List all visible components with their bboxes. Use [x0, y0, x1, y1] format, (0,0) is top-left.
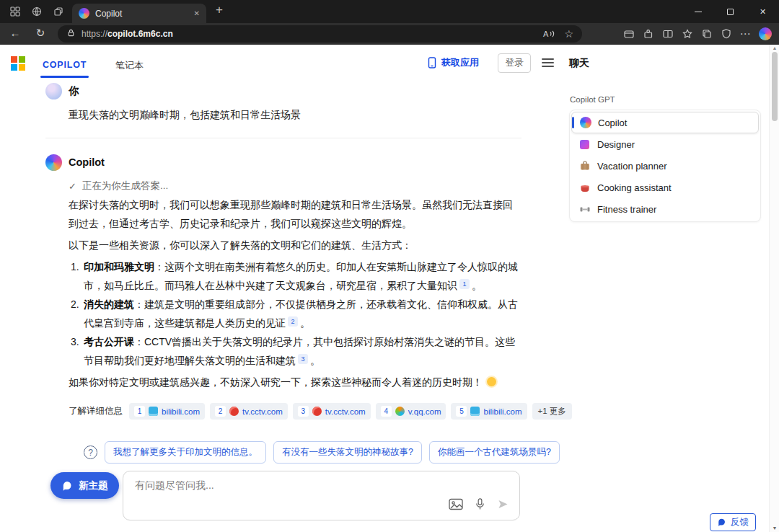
scrollbar-thumb[interactable]: [772, 52, 778, 121]
copilot-favicon: [79, 8, 89, 19]
user-name: 你: [69, 84, 79, 98]
answer-paragraph: 在探讨失落的文明时，我们可以想象重现那些巅峰时期的建筑和日常生活场景。虽然我们无…: [69, 195, 521, 233]
citations-row: 了解详细信息 1bilibili.com 2tv.cctv.com 3tv.cc…: [69, 403, 521, 420]
page-content: COPILOT 笔记本 获取应用 登录 聊天 你 重现失落的文明巅峰时期，包括建…: [0, 45, 779, 532]
citation-chip[interactable]: 2tv.cctv.com: [210, 403, 288, 420]
more-citations-chip[interactable]: +1 更多: [532, 403, 572, 420]
qq-video-favicon: [395, 407, 405, 416]
gpt-item-cooking-assistant[interactable]: Cooking assistant: [571, 177, 759, 198]
lock-icon[interactable]: [66, 27, 76, 40]
back-button[interactable]: ←: [7, 27, 23, 39]
globe-icon[interactable]: [31, 6, 43, 17]
menu-icon[interactable]: [542, 58, 554, 67]
mic-icon[interactable]: [475, 497, 485, 513]
copilot-message: Copilot ✓ 正在为你生成答案... 在探讨失落的文明时，我们可以想象重现…: [45, 154, 521, 464]
microsoft-logo-icon: [11, 56, 26, 71]
gpt-panel: Copilot Designer Vacation planner Cookin…: [569, 110, 761, 222]
new-topic-button[interactable]: 新主题: [50, 472, 119, 499]
refresh-button[interactable]: ↻: [32, 27, 48, 40]
tab-notebook[interactable]: 笔记本: [115, 59, 144, 72]
read-aloud-icon[interactable]: A: [543, 30, 555, 38]
dumbbell-icon: [578, 203, 591, 216]
citation-chip[interactable]: 3tv.cctv.com: [293, 403, 371, 420]
learn-more-label: 了解详细信息: [69, 405, 123, 417]
feedback-button[interactable]: 反馈: [710, 513, 756, 531]
copilot-toolbar-icon[interactable]: [755, 23, 775, 45]
browser-window: Copilot ✕ + ✕ ← ↻ https://copilot.6m6c.c…: [0, 0, 779, 532]
designer-icon: [578, 138, 591, 151]
more-menu-icon[interactable]: ⋯: [736, 23, 755, 45]
bilibili-favicon: [149, 407, 158, 416]
list-item: 1. 印加和玛雅文明：这两个文明在南美洲有着悠久的历史。印加人在安第斯山脉建立了…: [69, 257, 521, 295]
gpt-item-designer[interactable]: Designer: [571, 133, 759, 155]
gpt-item-copilot[interactable]: Copilot: [571, 112, 759, 133]
url-text: https://copilot.6m6c.cn: [82, 29, 173, 39]
citation-chip[interactable]: 1bilibili.com: [129, 403, 205, 420]
citation-marker[interactable]: 2: [288, 316, 298, 327]
chat-input[interactable]: [135, 479, 409, 491]
status-text: 正在为你生成答案...: [82, 179, 168, 192]
favorites-icon[interactable]: [677, 23, 697, 45]
cctv-favicon: [312, 407, 322, 416]
cctv-favicon: [229, 407, 239, 416]
message-divider: [45, 138, 521, 138]
tab-actions-icon[interactable]: [53, 6, 64, 17]
workspaces-icon[interactable]: [9, 6, 21, 17]
close-button[interactable]: ✕: [747, 0, 779, 23]
shield-icon[interactable]: [716, 23, 736, 45]
copilot-name: Copilot: [69, 156, 105, 168]
bilibili-favicon: [470, 407, 480, 416]
browser-essentials-icon[interactable]: [619, 23, 638, 45]
image-upload-icon[interactable]: [449, 498, 463, 513]
gpt-item-vacation-planner[interactable]: Vacation planner: [571, 155, 759, 177]
user-avatar: [45, 83, 62, 99]
user-message: 重现失落的文明巅峰时期，包括建筑和日常生活场景: [69, 109, 521, 122]
active-indicator: [572, 117, 574, 128]
citation-chip[interactable]: 4v.qq.com: [376, 403, 446, 420]
generation-status: ✓ 正在为你生成答案...: [69, 179, 521, 192]
gpt-item-fitness-trainer[interactable]: Fitness trainer: [571, 198, 759, 220]
split-screen-icon[interactable]: [658, 23, 677, 45]
minimize-button[interactable]: [682, 0, 714, 23]
site-header: COPILOT 笔记本 获取应用 登录 聊天: [0, 45, 769, 82]
tab-close-icon[interactable]: ✕: [194, 9, 200, 17]
extensions-icon[interactable]: [638, 23, 658, 45]
gpt-panel-title: Copilot GPT: [570, 95, 615, 104]
suggestion-pill[interactable]: 我想了解更多关于印加文明的信息。: [105, 441, 266, 464]
collections-icon[interactable]: [697, 23, 716, 45]
message-input-box[interactable]: [123, 471, 520, 520]
address-bar[interactable]: https://copilot.6m6c.cn A ☆: [58, 25, 582, 43]
send-icon[interactable]: [497, 498, 509, 513]
sun-icon: [487, 377, 496, 386]
browser-titlebar: Copilot ✕ + ✕: [0, 0, 779, 23]
citation-marker[interactable]: 1: [459, 279, 470, 289]
suggestion-pill[interactable]: 有没有一些失落文明的神秘故事?: [273, 441, 422, 464]
answer-closing: 如果你对特定文明或建筑感兴趣，不妨深入研究一下，探索这些神秘而令人着迷的历史时期…: [69, 373, 521, 391]
tab-title: Copilot: [95, 9, 188, 19]
user-message-header: 你: [45, 82, 521, 99]
browser-toolbar: ← ↻ https://copilot.6m6c.cn A ☆ ⋯: [0, 23, 779, 45]
browser-tab[interactable]: Copilot ✕: [72, 4, 206, 23]
get-app-button[interactable]: 获取应用: [428, 56, 479, 69]
citation-marker[interactable]: 3: [298, 354, 308, 364]
maximize-button[interactable]: [714, 0, 747, 23]
check-icon: ✓: [69, 181, 76, 192]
citation-chip[interactable]: 5bilibili.com: [451, 403, 527, 420]
sign-in-button[interactable]: 登录: [498, 53, 531, 73]
new-tab-button[interactable]: +: [216, 3, 223, 17]
phone-icon: [428, 57, 436, 68]
chat-panel-title: 聊天: [569, 57, 589, 70]
scroll-down-icon[interactable]: ▼: [770, 526, 779, 531]
chat-thread: 你 重现失落的文明巅峰时期，包括建筑和日常生活场景 Copilot ✓ 正在为你…: [45, 82, 521, 464]
copilot-message-header: Copilot: [45, 154, 521, 171]
feedback-bubble-icon: [717, 518, 726, 527]
suggestion-pill[interactable]: 你能画一个古代建筑场景吗?: [429, 441, 560, 464]
tab-copilot[interactable]: COPILOT: [43, 60, 87, 70]
copilot-answer: 在探讨失落的文明时，我们可以想象重现那些巅峰时期的建筑和日常生活场景。虽然我们无…: [69, 195, 521, 391]
favorite-star-icon[interactable]: ☆: [564, 28, 573, 40]
cooking-pot-icon: [578, 182, 591, 194]
page-scrollbar[interactable]: ▲ ▼: [769, 45, 779, 532]
scroll-up-icon[interactable]: ▲: [770, 45, 779, 50]
list-item: 3. 考古公开课：CCTV曾播出关于失落文明的纪录片，其中包括探讨原始村落消失之…: [69, 332, 521, 370]
suggestions-row: ? 我想了解更多关于印加文明的信息。 有没有一些失落文明的神秘故事? 你能画一个…: [84, 441, 521, 464]
